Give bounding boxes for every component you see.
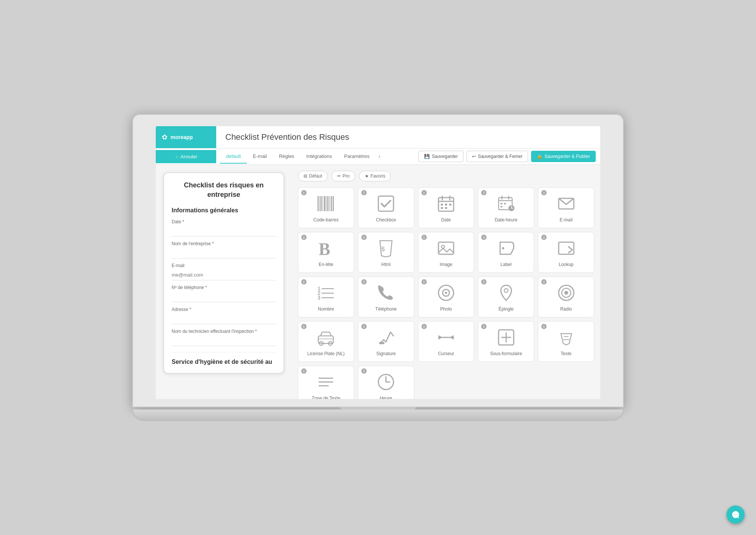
- filter-pro-label: Pro: [342, 173, 350, 179]
- chat-fab-button[interactable]: [727, 506, 745, 524]
- svg-point-36: [502, 247, 504, 249]
- widget-text[interactable]: i Texte: [538, 321, 594, 362]
- more-tabs-button[interactable]: ‹: [376, 149, 384, 164]
- widget-number[interactable]: i 1 2 3 Nom: [298, 277, 354, 317]
- field-phone-input[interactable]: [172, 292, 276, 302]
- widgets-grid: i Code-barres i Checkbox: [298, 187, 594, 399]
- filter-default[interactable]: ⊞ Défaut: [298, 171, 328, 181]
- widget-lookup[interactable]: i Lookup: [538, 232, 594, 273]
- widget-slider-label: Curseur: [438, 351, 454, 356]
- svg-rect-51: [318, 336, 333, 343]
- barcode-icon: [315, 193, 336, 214]
- filter-default-icon: ⊞: [304, 173, 307, 179]
- svg-text:3: 3: [318, 295, 321, 301]
- field-technician-input[interactable]: [172, 336, 276, 346]
- widget-datetime-label: Date-heure: [495, 217, 517, 223]
- save-publish-button[interactable]: 🔒 Sauvegarder & Publier: [531, 151, 596, 162]
- svg-rect-37: [559, 242, 574, 254]
- widget-telephone[interactable]: i Téléphone: [358, 277, 414, 317]
- widget-subform[interactable]: i Sous-formulaire: [478, 321, 534, 362]
- subform-icon: [496, 327, 517, 348]
- widget-html-label: Html: [381, 262, 391, 267]
- svg-rect-26: [500, 206, 502, 207]
- back-button[interactable]: ← Annuler: [156, 150, 216, 163]
- widget-license[interactable]: i License Plate (NL): [298, 321, 354, 362]
- widget-checkbox[interactable]: i Checkbox: [358, 187, 414, 228]
- widget-license-label: License Plate (NL): [307, 351, 345, 356]
- widget-slider[interactable]: i Curseur: [418, 321, 474, 362]
- telephone-icon: [375, 282, 397, 303]
- svg-rect-6: [327, 196, 328, 211]
- filter-pro[interactable]: ✏ Pro: [332, 171, 355, 181]
- svg-rect-24: [500, 203, 502, 204]
- save-button[interactable]: 💾 Sauvegarder: [418, 151, 463, 162]
- mobile-frame: Checklist des risques en entreprise Info…: [163, 172, 284, 374]
- form-title: Checklist des risques en entreprise: [172, 181, 276, 199]
- svg-rect-19: [445, 207, 447, 209]
- info-dot: i: [481, 235, 486, 240]
- slider-icon: [435, 327, 457, 348]
- tab-rules[interactable]: Règles: [273, 150, 300, 164]
- filter-favorites[interactable]: ★ Favoris: [359, 171, 391, 181]
- tab-widgets[interactable]: default: [220, 150, 247, 164]
- tab-email[interactable]: E-mail: [247, 150, 273, 164]
- svg-rect-34: [438, 242, 454, 254]
- widget-label[interactable]: i Label: [478, 232, 534, 273]
- svg-rect-7: [329, 196, 330, 211]
- widget-email[interactable]: i E-mail: [538, 187, 594, 228]
- svg-point-46: [445, 292, 447, 294]
- tab-params[interactable]: Paramètres: [338, 150, 375, 164]
- lookup-icon: [556, 238, 577, 259]
- widget-date-label: Date: [441, 217, 451, 223]
- field-company-label: Nom de l'entreprise *: [172, 241, 276, 246]
- car-icon: [315, 327, 336, 348]
- info-dot: i: [301, 279, 307, 285]
- field-email-input[interactable]: [172, 270, 276, 280]
- widget-datetime[interactable]: i Date-heure: [478, 187, 534, 228]
- widget-image[interactable]: i Image: [418, 232, 474, 273]
- widget-label-label: Label: [500, 262, 511, 267]
- svg-text:5: 5: [381, 246, 385, 252]
- radio-icon: [556, 282, 577, 303]
- email-icon: [556, 193, 577, 214]
- info-dot: i: [301, 368, 307, 374]
- widget-textarea-label: Zone de Texte: [311, 396, 340, 399]
- field-address: Adresse *: [172, 307, 276, 324]
- widget-photo[interactable]: i Photo: [418, 277, 474, 317]
- field-email-label: E-mail: [172, 263, 276, 268]
- widget-radio[interactable]: i Radio: [538, 277, 594, 317]
- save-close-button[interactable]: ↩ Sauvegarder & Femer: [466, 151, 528, 162]
- widget-signature[interactable]: i Signature: [358, 321, 414, 362]
- svg-rect-4: [324, 196, 325, 211]
- widget-barcode-label: Code-barres: [313, 217, 339, 223]
- field-phone: Nº de téléphone *: [172, 285, 276, 302]
- widget-date[interactable]: i Date: [418, 187, 474, 228]
- info-dot: i: [541, 235, 547, 240]
- nav-actions: 💾 Sauvegarder ↩ Sauvegarder & Femer 🔒 Sa…: [414, 148, 600, 164]
- laptop-base: [132, 410, 624, 421]
- widget-header-label: En-tête: [319, 262, 333, 267]
- widget-filter-bar: ⊞ Défaut ✏ Pro ★ Favoris: [298, 171, 594, 181]
- widget-textarea[interactable]: i Zone de Texte: [298, 366, 354, 399]
- widget-barcode[interactable]: i Code-barres: [298, 187, 354, 228]
- field-address-input[interactable]: [172, 314, 276, 324]
- section-divider: [172, 352, 276, 353]
- field-address-label: Adresse *: [172, 307, 276, 312]
- filter-default-label: Défaut: [309, 173, 322, 179]
- pin-icon: [496, 282, 517, 303]
- tab-integrations[interactable]: Intégrations: [300, 150, 338, 164]
- widget-pin[interactable]: i Épingle: [478, 277, 534, 317]
- date-icon: [435, 193, 457, 214]
- widget-number-label: Nombre: [318, 306, 334, 312]
- widget-html[interactable]: i 5 Html: [358, 232, 414, 273]
- svg-rect-1: [319, 196, 320, 211]
- label-icon: [496, 238, 517, 259]
- widget-time[interactable]: i Heure: [358, 366, 414, 399]
- widget-time-label: Heure: [380, 396, 392, 399]
- field-company-input[interactable]: [172, 248, 276, 258]
- svg-marker-57: [438, 335, 442, 340]
- widget-radio-label: Radio: [560, 306, 572, 312]
- widget-header[interactable]: i B En-tête: [298, 232, 354, 273]
- field-date-input[interactable]: [172, 226, 276, 237]
- section1-title: Informations générales: [172, 207, 276, 214]
